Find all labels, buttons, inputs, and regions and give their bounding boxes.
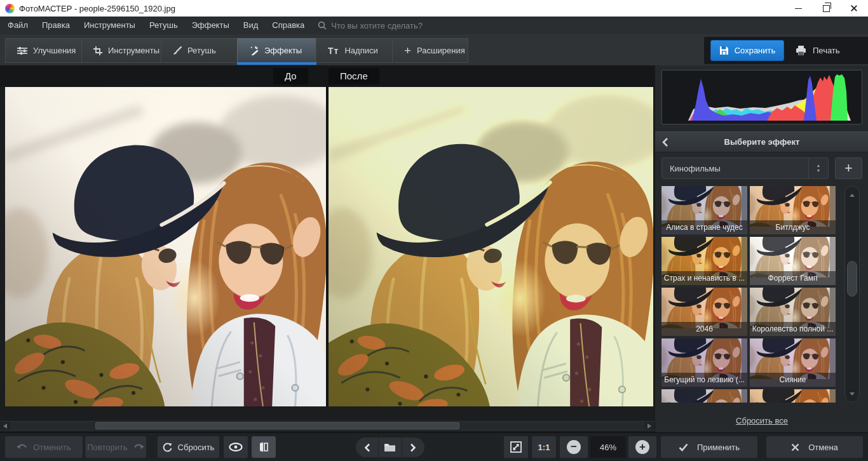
undo-button[interactable]: Отменить bbox=[5, 436, 83, 458]
effect-tile-blade-runner[interactable]: Бегущий по лезвию (... bbox=[661, 338, 747, 387]
brush-icon bbox=[173, 46, 182, 55]
menu-item-help[interactable]: Справка bbox=[265, 17, 311, 34]
window-title: ФотоМАСТЕР - people-2596150_1920.jpg bbox=[19, 4, 175, 13]
menu-item-file[interactable]: Файл bbox=[0, 17, 35, 34]
effect-tile-beetlejuice[interactable]: Битлджус bbox=[750, 186, 836, 234]
minimize-button[interactable] bbox=[784, 0, 812, 17]
tab-enhancements[interactable]: Улучшения bbox=[5, 38, 81, 63]
restore-button[interactable] bbox=[812, 0, 840, 17]
undo-label: Отменить bbox=[33, 443, 71, 452]
eye-icon bbox=[229, 443, 243, 451]
spinner-up-icon: ▲ bbox=[817, 163, 821, 168]
scroll-right-button[interactable] bbox=[644, 422, 654, 430]
menu-item-effects[interactable]: Эффекты bbox=[185, 17, 236, 34]
arrow-left-icon bbox=[3, 424, 7, 429]
effect-tile-partial-left[interactable] bbox=[661, 389, 747, 403]
apply-label: Применить bbox=[697, 443, 740, 452]
effect-tile-fear-loathing[interactable]: Страх и ненависть в ... bbox=[661, 237, 747, 285]
undo-icon bbox=[17, 443, 27, 451]
search-placeholder: Что вы хотите сделать? bbox=[331, 21, 423, 30]
horizontal-scrollbar[interactable] bbox=[0, 421, 654, 431]
print-button[interactable]: Печать bbox=[796, 46, 840, 55]
menu-item-view[interactable]: Вид bbox=[236, 17, 266, 34]
histogram-chart bbox=[665, 74, 858, 121]
menu-bar: Файл Правка Инструменты Ретушь Эффекты В… bbox=[0, 17, 868, 34]
restore-icon bbox=[823, 5, 830, 12]
close-button[interactable] bbox=[840, 0, 868, 17]
vertical-scroll-thumb[interactable] bbox=[847, 261, 857, 297]
photo-after[interactable] bbox=[329, 87, 653, 406]
tab-effects[interactable]: Эффекты bbox=[237, 38, 316, 63]
plus-icon: + bbox=[404, 46, 411, 55]
scroll-up-button[interactable] bbox=[846, 189, 858, 201]
tab-captions[interactable]: Tт Надписи bbox=[316, 38, 392, 63]
effect-label: Королевство полной ... bbox=[750, 322, 836, 336]
printer-icon bbox=[796, 46, 806, 55]
effect-tile-alice[interactable]: Алиса в стране чудес bbox=[661, 186, 747, 234]
zoom-out-button[interactable]: − bbox=[560, 436, 588, 458]
crop-icon bbox=[93, 46, 102, 55]
tab-label: Улучшения bbox=[33, 46, 76, 55]
top-actions-group: Сохранить Печать bbox=[704, 37, 868, 64]
menu-item-tools[interactable]: Инструменты bbox=[77, 17, 142, 34]
actual-size-button[interactable]: 1:1 bbox=[532, 436, 556, 458]
scroll-left-button[interactable] bbox=[0, 422, 10, 430]
effect-tile-kingdom[interactable]: Королевство полной ... bbox=[750, 288, 836, 336]
search-input[interactable]: Что вы хотите сделать? bbox=[318, 21, 423, 30]
bottom-bar: Отменить Повторить Сбросить bbox=[0, 432, 868, 461]
open-folder-button[interactable] bbox=[378, 438, 401, 457]
arrow-down-icon bbox=[850, 392, 855, 396]
fit-to-screen-button[interactable] bbox=[504, 436, 528, 458]
save-label: Сохранить bbox=[735, 46, 776, 55]
effect-tile-shining[interactable]: Сияние bbox=[750, 338, 836, 387]
effect-label: Сияние bbox=[750, 373, 836, 387]
reset-button[interactable]: Сбросить bbox=[158, 436, 219, 458]
prev-photo-button[interactable] bbox=[356, 438, 378, 457]
effect-label: Форрест Гамп bbox=[750, 271, 836, 285]
spinner-down-icon: ▼ bbox=[817, 168, 821, 173]
effect-tile-partial-right[interactable] bbox=[750, 389, 836, 403]
split-view-button[interactable] bbox=[252, 436, 276, 458]
effect-category-dropdown[interactable]: Кинофильмы ▲ ▼ bbox=[661, 157, 829, 179]
photo-before[interactable] bbox=[5, 87, 326, 406]
print-label: Печать bbox=[813, 46, 840, 55]
plus-icon: + bbox=[635, 440, 649, 454]
tab-label: Ретушь bbox=[187, 46, 216, 55]
photo-navigator bbox=[356, 438, 424, 457]
fit-screen-icon bbox=[510, 441, 522, 453]
close-icon bbox=[850, 4, 858, 12]
save-button[interactable]: Сохранить bbox=[710, 40, 784, 61]
x-icon bbox=[791, 443, 799, 451]
histogram bbox=[661, 70, 862, 124]
vertical-scrollbar[interactable] bbox=[844, 186, 860, 403]
add-effect-button[interactable]: + bbox=[835, 157, 862, 179]
minimize-icon bbox=[795, 8, 802, 9]
redo-icon bbox=[133, 443, 144, 451]
zoom-in-button[interactable]: + bbox=[628, 436, 656, 458]
tab-retouch[interactable]: Ретушь bbox=[161, 38, 237, 63]
preview-original-button[interactable] bbox=[224, 436, 248, 458]
scroll-down-button[interactable] bbox=[846, 387, 858, 400]
zoom-level-value[interactable]: 46% bbox=[590, 436, 626, 458]
next-photo-button[interactable] bbox=[402, 438, 424, 457]
panel-header: Выберите эффект bbox=[655, 131, 868, 152]
apply-button[interactable]: Применить bbox=[661, 436, 757, 458]
redo-button[interactable]: Повторить bbox=[85, 436, 146, 458]
menu-item-edit[interactable]: Правка bbox=[35, 17, 77, 34]
save-icon bbox=[719, 46, 729, 55]
reset-all-link[interactable]: Сбросить все bbox=[736, 416, 788, 425]
dropdown-spinner[interactable]: ▲ ▼ bbox=[808, 158, 828, 178]
tab-extensions[interactable]: + Расширения bbox=[392, 38, 468, 63]
effect-tile-forrest-gump[interactable]: Форрест Гамп bbox=[750, 237, 836, 285]
effect-category-value: Кинофильмы bbox=[662, 164, 808, 173]
menu-item-retouch[interactable]: Ретушь bbox=[142, 17, 185, 34]
tab-tools[interactable]: Инструменты bbox=[81, 38, 161, 63]
cancel-button[interactable]: Отмена bbox=[766, 436, 863, 458]
back-button[interactable] bbox=[655, 131, 677, 152]
tab-label: Эффекты bbox=[264, 46, 302, 55]
horizontal-scroll-thumb[interactable] bbox=[95, 422, 459, 429]
tab-label: Расширения bbox=[417, 46, 465, 55]
effect-tile-2046[interactable]: 2046 bbox=[661, 288, 747, 336]
chevron-left-icon bbox=[364, 443, 370, 452]
compare-divider bbox=[326, 87, 329, 406]
